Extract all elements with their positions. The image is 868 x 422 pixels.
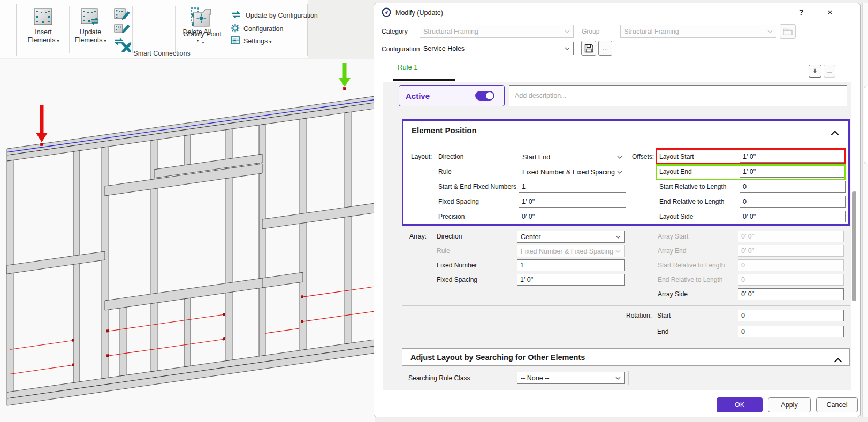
dropdown-caret-icon: ▾: [202, 39, 204, 47]
fixed-spacing-input[interactable]: [519, 196, 626, 208]
configuration-select[interactable]: Service Holes: [420, 42, 574, 55]
start-relative-to-length-input[interactable]: [740, 181, 846, 193]
array-direction-select[interactable]: Center: [517, 231, 625, 243]
insert-elements-label-1: Insert: [35, 28, 51, 36]
rule-content-panel: Active Element Position Layout: Directio…: [383, 82, 851, 390]
array-start-relative-input: [738, 259, 844, 271]
dropdown-caret-icon: ▾: [269, 40, 271, 44]
content-scrollbar[interactable]: [852, 191, 856, 301]
chevron-down-icon: [615, 250, 621, 253]
refresh-icon: [231, 11, 242, 20]
field-label: Fixed Spacing: [438, 198, 479, 205]
end-relative-to-length-input[interactable]: [740, 196, 846, 208]
field-label: Precision: [438, 213, 465, 220]
field-label: End Relative to Length: [658, 276, 722, 283]
active-toggle[interactable]: [475, 91, 494, 101]
remove-rule-button[interactable]: –: [824, 65, 835, 78]
gravity-point-button[interactable]: Gravity Point ▾: [179, 7, 225, 47]
app-icon: [382, 7, 391, 19]
rotation-start-input[interactable]: [738, 310, 844, 321]
toggle-knob: [486, 92, 493, 99]
chevron-down-icon: [565, 47, 570, 50]
offsets-group-label: Offsets:: [632, 153, 654, 160]
outer-scrollbar[interactable]: [862, 3, 868, 417]
gravity-point-label: Gravity Point: [183, 30, 222, 39]
configuration-label: Configuration: [382, 45, 420, 53]
edit-single-button[interactable]: [114, 22, 131, 37]
collapse-section-icon[interactable]: [831, 128, 839, 137]
adjust-layout-title: Adjust Layout by Searching for Other Ele…: [410, 353, 585, 362]
array-group-label: Array:: [409, 233, 427, 240]
configuration-label: Configuration: [243, 25, 283, 33]
update-elements-label-1: Update: [80, 28, 101, 36]
outer-scrollbar-thumb[interactable]: [864, 86, 868, 164]
settings-button[interactable]: Settings▾: [231, 36, 271, 46]
field-label: Array End: [658, 247, 686, 255]
field-label: Layout Side: [659, 213, 693, 220]
collapse-section-icon[interactable]: [834, 355, 842, 365]
dialog-title: Modify (Update): [395, 9, 443, 17]
help-button[interactable]: ?: [795, 6, 808, 18]
direction-select[interactable]: Start End: [519, 151, 626, 163]
wall-frame: [7, 90, 375, 405]
ok-button[interactable]: OK: [717, 397, 763, 412]
array-fixed-number-input[interactable]: [517, 259, 625, 271]
insert-elements-button[interactable]: Insert Elements▾: [23, 7, 64, 45]
tab-rule-1[interactable]: Rule 1: [398, 63, 418, 71]
update-elements-button[interactable]: Update Elements▾: [70, 7, 111, 45]
gear-icon: [231, 24, 240, 34]
minimize-button[interactable]: –: [810, 5, 823, 17]
field-label: Rule: [437, 247, 450, 255]
category-value: Structural Framing: [423, 28, 478, 35]
apply-button[interactable]: Apply: [768, 397, 811, 412]
edit-selected-button[interactable]: [114, 7, 131, 24]
cancel-button[interactable]: Cancel: [816, 397, 858, 412]
layout-start-input[interactable]: [740, 151, 846, 163]
active-box: Active: [399, 85, 505, 106]
rotation-end-input[interactable]: [738, 326, 844, 337]
element-position-title: Element Position: [412, 126, 477, 135]
update-by-configuration-button[interactable]: Update by Configuration: [231, 11, 318, 20]
layout-group-label: Layout:: [411, 153, 432, 160]
chevron-down-icon: [565, 30, 570, 33]
field-label: End Relative to Length: [659, 198, 724, 205]
configuration-button[interactable]: Configuration: [231, 24, 283, 34]
update-by-configuration-label: Update by Configuration: [246, 12, 318, 19]
content-column-divider: [628, 371, 629, 385]
ribbon-divider: [112, 6, 112, 53]
searching-rule-class-select[interactable]: -- None --: [517, 372, 625, 384]
open-group-button[interactable]: [780, 24, 796, 39]
chevron-down-icon: [615, 377, 621, 380]
model-viewport[interactable]: [0, 59, 375, 422]
field-label: Array Side: [658, 290, 688, 298]
gravity-point-icon: [192, 7, 213, 30]
save-icon: [584, 44, 593, 53]
category-select[interactable]: Structural Framing: [420, 25, 574, 38]
insert-elements-label-2: Elements▾: [27, 36, 59, 45]
chevron-down-icon: [617, 171, 622, 174]
folder-icon: [783, 28, 793, 35]
array-rule-select: Fixed Number & Fixed Spacing: [517, 245, 625, 257]
array-end-relative-input: [738, 274, 844, 286]
searching-rule-class-value: -- None --: [521, 374, 549, 382]
layout-side-input[interactable]: [740, 211, 846, 222]
array-fixed-spacing-input[interactable]: [517, 274, 625, 286]
precision-input[interactable]: [519, 211, 626, 222]
element-grid-icon: [33, 7, 54, 28]
add-rule-button[interactable]: +: [809, 65, 821, 78]
category-label: Category: [382, 28, 408, 35]
description-input[interactable]: [509, 85, 847, 106]
rule-select[interactable]: Fixed Number & Fixed Spacing: [519, 166, 626, 178]
chevron-down-icon: [767, 30, 773, 33]
more-options-button[interactable]: ...: [598, 41, 612, 56]
start-end-fixed-numbers-input[interactable]: [519, 181, 626, 193]
array-rule-value: Fixed Number & Fixed Spacing: [521, 248, 613, 255]
layout-end-input[interactable]: [740, 166, 846, 178]
save-configuration-button[interactable]: [581, 41, 596, 56]
field-label: Layout End: [659, 168, 692, 175]
chevron-down-icon: [617, 156, 622, 159]
array-side-input[interactable]: [738, 288, 844, 300]
adjust-layout-section: Adjust Layout by Searching for Other Ele…: [402, 348, 850, 366]
group-select[interactable]: Structural Framing: [620, 25, 776, 38]
close-button[interactable]: ✕: [824, 6, 836, 18]
